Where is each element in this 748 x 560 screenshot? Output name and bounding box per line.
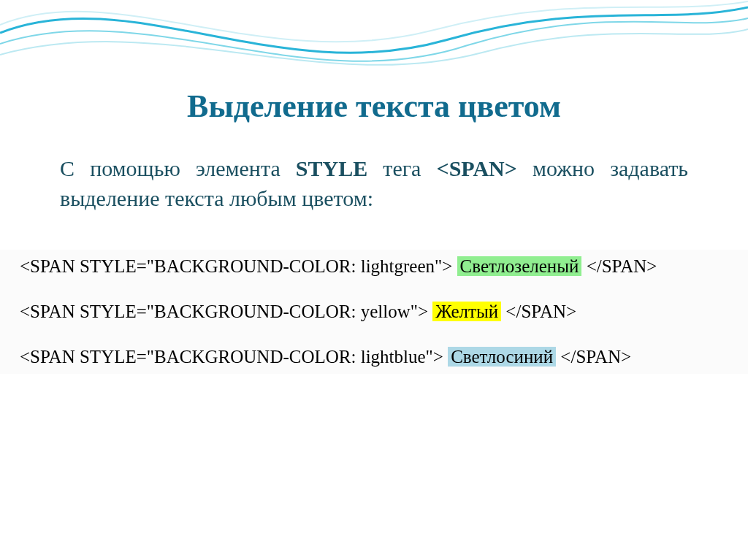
code-close-1: </SPAN>: [581, 256, 657, 276]
slide-title: Выделение текста цветом: [0, 88, 748, 125]
intro-style-keyword: STYLE: [296, 156, 367, 180]
highlight-yellow: Желтый: [432, 302, 501, 321]
intro-text-1: С помощью элемента: [60, 156, 296, 180]
code-block: <SPAN STYLE="BACKGROUND-COLOR: lightgree…: [20, 256, 728, 368]
intro-text-2: тега: [367, 156, 436, 180]
code-examples-area: <SPAN STYLE="BACKGROUND-COLOR: lightgree…: [0, 250, 748, 374]
intro-span-keyword: <SPAN>: [437, 156, 517, 180]
code-line-1: <SPAN STYLE="BACKGROUND-COLOR: lightgree…: [20, 256, 728, 277]
code-line-3: <SPAN STYLE="BACKGROUND-COLOR: lightblue…: [20, 346, 728, 368]
code-close-3: </SPAN>: [556, 347, 631, 367]
code-open-1: <SPAN STYLE="BACKGROUND-COLOR: lightgree…: [20, 256, 457, 276]
code-line-2: <SPAN STYLE="BACKGROUND-COLOR: yellow"> …: [20, 301, 728, 323]
code-open-3: <SPAN STYLE="BACKGROUND-COLOR: lightblue…: [20, 347, 448, 367]
highlight-green: Светлозеленый: [457, 256, 582, 276]
code-open-2: <SPAN STYLE="BACKGROUND-COLOR: yellow">: [20, 302, 432, 321]
highlight-blue: Светлосиний: [448, 347, 556, 367]
code-close-2: </SPAN>: [501, 302, 576, 321]
intro-paragraph: С помощью элемента STYLE тега <SPAN> мож…: [60, 154, 688, 213]
